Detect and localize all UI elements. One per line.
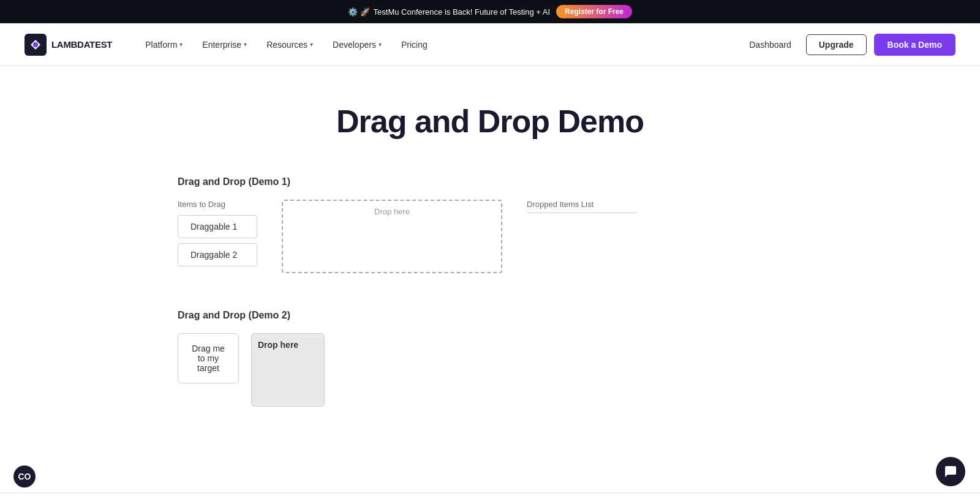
nav-platform[interactable]: Platform ▾ [137,35,191,55]
demo1-section: Drag and Drop (Demo 1) Items to Drag Dra… [178,176,802,273]
demo2-section: Drag and Drop (Demo 2) Drag me to my tar… [178,310,802,407]
demo1-layout: Items to Drag Draggable 1 Draggable 2 Dr… [178,200,802,273]
drop-zone-1[interactable]: Drop here [282,200,502,273]
chevron-down-icon: ▾ [179,41,183,48]
nav-enterprise[interactable]: Enterprise ▾ [194,35,255,55]
drop-target[interactable]: Drop here [251,333,325,407]
items-label: Items to Drag [178,200,257,209]
banner-text: ⚙️ 🚀 TestMu Conference is Back! Future o… [348,7,550,17]
header: LAMBDATEST Platform ▾ Enterprise ▾ Resou… [0,23,980,66]
banner-icon: ⚙️ 🚀 [348,7,370,17]
book-demo-button[interactable]: Book a Demo [874,34,956,56]
items-to-drag-container: Items to Drag Draggable 1 Draggable 2 [178,200,257,271]
chevron-down-icon: ▾ [310,41,313,48]
upgrade-button[interactable]: Upgrade [806,34,867,55]
chat-bubble[interactable] [936,457,965,486]
demo2-layout: Drag me to my target Drop here [178,333,802,407]
header-actions: Dashboard Upgrade Book a Demo [742,34,956,56]
drag-source[interactable]: Drag me to my target [178,333,239,383]
drop-here-label: Drop here [374,207,410,216]
dashboard-link[interactable]: Dashboard [742,35,799,55]
nav-pricing[interactable]: Pricing [393,35,436,55]
register-button[interactable]: Register for Free [556,5,632,18]
logo[interactable]: LAMBDATEST [24,34,112,56]
demo2-title: Drag and Drop (Demo 2) [178,310,802,321]
nav-developers[interactable]: Developers ▾ [324,35,390,55]
chevron-down-icon: ▾ [379,41,382,48]
draggable-item-1[interactable]: Draggable 1 [178,215,257,238]
chat-icon [944,465,957,478]
page-title: Drag and Drop Demo [178,103,802,140]
dropped-items-section: Dropped Items List [527,200,637,219]
footer: Products & FeaturesAutomation Testing Cl… [0,492,980,501]
main-nav: Platform ▾ Enterprise ▾ Resources ▾ Deve… [137,35,742,55]
chat-badge[interactable]: CO [13,465,36,488]
demo1-title: Drag and Drop (Demo 1) [178,176,802,187]
top-banner: ⚙️ 🚀 TestMu Conference is Back! Future o… [0,0,980,23]
nav-resources[interactable]: Resources ▾ [258,35,322,55]
dropped-label: Dropped Items List [527,200,637,213]
main-content: Drag and Drop Demo Drag and Drop (Demo 1… [153,66,827,492]
svg-point-1 [33,42,38,47]
draggable-item-2[interactable]: Draggable 2 [178,243,257,266]
chevron-down-icon: ▾ [244,41,247,48]
logo-text: LAMBDATEST [51,39,112,50]
logo-icon [24,34,47,56]
banner-message: TestMu Conference is Back! Future of Tes… [374,7,550,17]
